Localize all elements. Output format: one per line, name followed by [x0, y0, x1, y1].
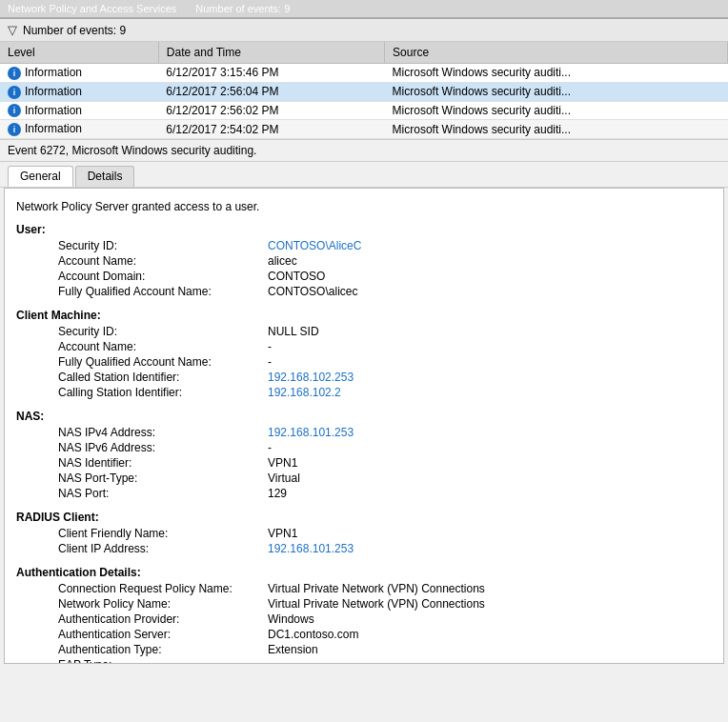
section-title: Client Machine:: [16, 309, 712, 322]
section-title: User:: [16, 223, 712, 236]
field-label: EAP Type:: [54, 657, 264, 664]
field-value: -: [264, 657, 724, 664]
field-value: DC1.contoso.com: [264, 627, 724, 642]
field-row: Authentication Provider:Windows: [54, 612, 724, 627]
field-row: Account Domain:CONTOSO: [54, 269, 724, 284]
field-row: Authentication Type:Extension: [54, 642, 724, 657]
field-value: 192.168.101.253: [264, 541, 724, 556]
field-row: Account Name:alicec: [54, 253, 724, 269]
detail-section: Client Machine:Security ID:NULL SIDAccou…: [16, 309, 712, 400]
tabs-container: General Details: [0, 162, 728, 188]
field-row: Calling Station Identifier:192.168.102.2: [54, 385, 724, 400]
field-label: Fully Qualified Account Name:: [54, 354, 264, 370]
field-row: NAS IPv4 Address:192.168.101.253: [54, 425, 724, 440]
field-value: Virtual Private Network (VPN) Connection…: [264, 596, 724, 612]
field-label: Account Name:: [54, 253, 264, 269]
field-value: 192.168.102.2: [264, 385, 724, 400]
field-value: alicec: [264, 253, 724, 269]
field-value: Extension: [264, 642, 724, 657]
field-table: Security ID:NULL SIDAccount Name:-Fully …: [54, 324, 724, 400]
field-row: Account Name:-: [54, 339, 724, 354]
info-icon: i: [8, 123, 21, 136]
cell-source: Microsoft Windows security auditi...: [385, 64, 728, 83]
field-value: -: [264, 354, 724, 370]
table-header-row: Level Date and Time Source: [0, 42, 728, 64]
field-table: Security ID:CONTOSO\AliceCAccount Name:a…: [54, 238, 724, 299]
col-datetime: Date and Time: [158, 42, 384, 64]
field-row: NAS Port-Type:Virtual: [54, 471, 724, 486]
detail-panel: Network Policy Server granted access to …: [4, 188, 724, 664]
field-table: Client Friendly Name:VPN1Client IP Addre…: [54, 526, 724, 556]
table-row[interactable]: iInformation6/12/2017 2:54:02 PMMicrosof…: [0, 120, 728, 139]
filter-label: Number of events: 9: [23, 24, 126, 37]
detail-main-text: Network Policy Server granted access to …: [16, 200, 712, 213]
event-description: Event 6272, Microsoft Windows security a…: [0, 139, 728, 162]
field-value: VPN1: [264, 455, 724, 471]
field-row: Authentication Server:DC1.contoso.com: [54, 627, 724, 642]
section-title: RADIUS Client:: [16, 511, 712, 524]
field-label: Account Domain:: [54, 269, 264, 284]
field-table: Connection Request Policy Name:Virtual P…: [54, 581, 724, 664]
field-value: CONTOSO: [264, 269, 724, 284]
event-description-text: Event 6272, Microsoft Windows security a…: [8, 144, 256, 157]
field-row: Client Friendly Name:VPN1: [54, 526, 724, 541]
col-level: Level: [0, 42, 158, 64]
field-row: Connection Request Policy Name:Virtual P…: [54, 581, 724, 596]
section-title: Authentication Details:: [16, 566, 712, 579]
field-row: Security ID:NULL SID: [54, 324, 724, 339]
detail-section: Authentication Details:Connection Reques…: [16, 566, 712, 664]
field-label: Account Name:: [54, 339, 264, 354]
field-row: Security ID:CONTOSO\AliceC: [54, 238, 724, 253]
cell-datetime: 6/12/2017 3:15:46 PM: [158, 64, 384, 83]
info-icon: i: [8, 67, 21, 80]
field-row: Called Station Identifier:192.168.102.25…: [54, 370, 724, 385]
cell-level: iInformation: [0, 64, 158, 83]
title-bar: Network Policy and Access Services Numbe…: [0, 0, 728, 19]
cell-datetime: 6/12/2017 2:56:02 PM: [158, 101, 384, 120]
detail-section: NAS:NAS IPv4 Address:192.168.101.253NAS …: [16, 410, 712, 501]
filter-bar: ▽ Number of events: 9: [0, 19, 728, 42]
field-label: Client Friendly Name:: [54, 526, 264, 541]
field-label: Network Policy Name:: [54, 596, 264, 612]
field-label: NAS Identifier:: [54, 455, 264, 471]
cell-source: Microsoft Windows security auditi...: [385, 120, 728, 139]
field-value: Windows: [264, 612, 724, 627]
tab-general[interactable]: General: [8, 166, 73, 187]
table-row[interactable]: iInformation6/12/2017 3:15:46 PMMicrosof…: [0, 64, 728, 83]
cell-level: iInformation: [0, 101, 158, 120]
app-title: Network Policy and Access Services: [8, 3, 176, 14]
col-source: Source: [385, 42, 728, 64]
field-value: CONTOSO\AliceC: [264, 238, 724, 253]
cell-source: Microsoft Windows security auditi...: [385, 101, 728, 120]
field-row: Fully Qualified Account Name:CONTOSO\ali…: [54, 284, 724, 299]
field-label: Calling Station Identifier:: [54, 385, 264, 400]
filter-icon: ▽: [8, 23, 17, 37]
field-label: Called Station Identifier:: [54, 370, 264, 385]
field-value: Virtual: [264, 471, 724, 486]
field-row: EAP Type:-: [54, 657, 724, 664]
field-table: NAS IPv4 Address:192.168.101.253NAS IPv6…: [54, 425, 724, 501]
cell-datetime: 6/12/2017 2:54:02 PM: [158, 120, 384, 139]
table-row[interactable]: iInformation6/12/2017 2:56:02 PMMicrosof…: [0, 101, 728, 120]
cell-level: iInformation: [0, 82, 158, 101]
field-value: -: [264, 339, 724, 354]
field-value: 192.168.102.253: [264, 370, 724, 385]
table-row[interactable]: iInformation6/12/2017 2:56:04 PMMicrosof…: [0, 82, 728, 101]
field-label: Connection Request Policy Name:: [54, 581, 264, 596]
cell-level: iInformation: [0, 120, 158, 139]
field-row: Network Policy Name:Virtual Private Netw…: [54, 596, 724, 612]
field-label: NAS Port:: [54, 486, 264, 501]
event-table: Level Date and Time Source iInformation6…: [0, 42, 728, 139]
tab-details[interactable]: Details: [75, 166, 135, 187]
field-label: Authentication Provider:: [54, 612, 264, 627]
detail-section: RADIUS Client:Client Friendly Name:VPN1C…: [16, 511, 712, 556]
field-value: 192.168.101.253: [264, 425, 724, 440]
cell-datetime: 6/12/2017 2:56:04 PM: [158, 82, 384, 101]
events-count-title: Number of events: 9: [195, 3, 290, 14]
detail-section: User:Security ID:CONTOSO\AliceCAccount N…: [16, 223, 712, 299]
field-value: -: [264, 440, 724, 455]
info-icon: i: [8, 86, 21, 99]
field-row: Fully Qualified Account Name:-: [54, 354, 724, 370]
field-label: Authentication Type:: [54, 642, 264, 657]
field-value: NULL SID: [264, 324, 724, 339]
